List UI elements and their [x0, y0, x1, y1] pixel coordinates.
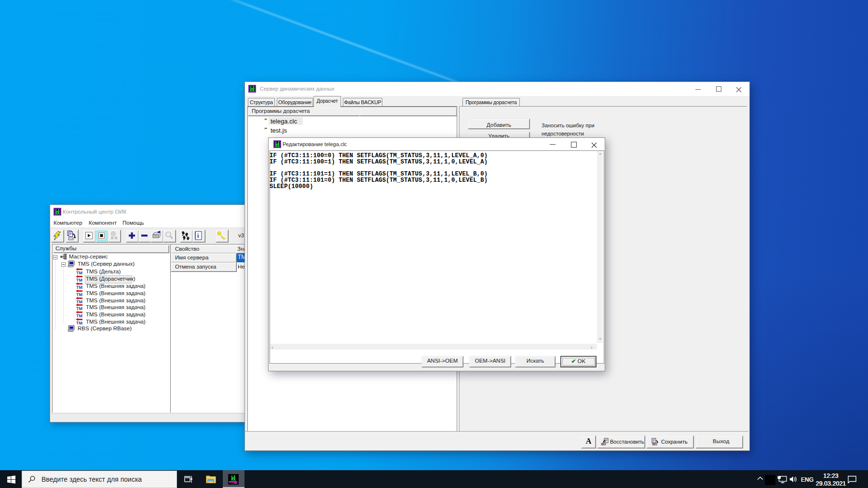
svg-text:?: ? [170, 236, 173, 241]
svg-text:TM: TM [76, 313, 82, 318]
svg-text:TM: TM [76, 292, 82, 297]
svg-text:TM: TM [76, 278, 82, 282]
svg-text:TM: TM [76, 285, 82, 289]
svg-text:TM: TM [76, 271, 82, 275]
svg-text:TM: TM [76, 306, 82, 311]
svg-text:TM: TM [76, 321, 82, 325]
